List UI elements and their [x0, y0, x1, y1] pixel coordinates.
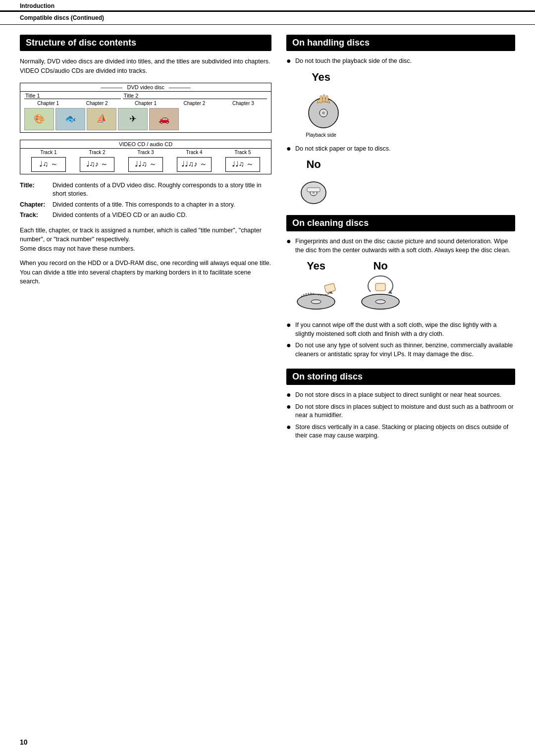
page-subheader: Compatible discs (Continued)	[0, 12, 535, 25]
storing-bullet-3: ● Store discs vertically in a case. Stac…	[286, 423, 515, 440]
cleaning-bullet-2: ● If you cannot wipe off the dust with a…	[286, 321, 515, 338]
handling-section-title: On handling discs	[286, 35, 515, 51]
term-track: Track:	[20, 211, 50, 220]
no-disc: No	[296, 158, 331, 205]
bullet-dot-s1: ●	[286, 391, 292, 400]
cleaning-yes-label: Yes	[307, 260, 325, 272]
def-title: Title: Divided contents of a DVD video d…	[20, 181, 271, 199]
body-text-1: Each title, chapter, or track is assigne…	[20, 226, 271, 254]
cleaning-no: No	[356, 260, 405, 314]
music-5: ♩♩♫ ～	[225, 157, 260, 172]
music-4: ♩♩♫♪ ～	[177, 157, 212, 172]
structure-section-title: Structure of disc contents	[20, 35, 271, 51]
bullet-dot-s3: ●	[286, 423, 292, 440]
compat-label: Compatible discs (Continued)	[20, 14, 104, 21]
handling-bullet-2-text: Do not stick paper or tape to discs.	[295, 145, 390, 154]
cleaning-section: On cleaning discs ● Fingerprints and dus…	[286, 215, 515, 359]
cleaning-yes-no: Yes	[291, 260, 515, 314]
chapters-row: Chapter 1 Chapter 2 Chapter 1 Chapter 2 …	[20, 100, 271, 107]
playback-side-label: Playback side	[306, 132, 336, 138]
desc-chapter: Divided contents of a title. This corres…	[53, 201, 271, 210]
term-title: Title:	[20, 181, 50, 199]
cleaning-yes: Yes	[291, 260, 341, 314]
svg-point-13	[311, 300, 321, 304]
thumb-4: ✈	[118, 108, 148, 130]
handling-bullet-1: ● Do not touch the playback side of the …	[286, 57, 515, 66]
right-column: On handling discs ● Do not touch the pla…	[286, 35, 515, 450]
thumb-1: 🎨	[24, 108, 54, 130]
dvd-diagram-title: DVD video disc	[20, 83, 271, 92]
thumb-2: 🐟	[55, 108, 85, 130]
cleaning-no-svg	[356, 274, 405, 314]
track-music: ♩♫ ～ ♩♫♪ ～ ♩♩♫ ～ ♩♩♫♪ ～ ♩♩♫ ～	[20, 156, 271, 174]
dvd-diagram: DVD video disc Title 1 Title 2 Chapter 1…	[20, 83, 271, 133]
no-disc-svg	[296, 173, 331, 205]
cd-diagram-title: VIDEO CD / audio CD	[20, 140, 271, 149]
music-1: ♩♫ ～	[31, 157, 66, 172]
intro-label: Introduction	[20, 2, 54, 9]
thumbnails-row: 🎨 🐟 ⛵ ✈ 🚗	[20, 107, 271, 132]
handling-section: On handling discs ● Do not touch the pla…	[286, 35, 515, 205]
cleaning-bullet-1-text: Fingerprints and dust on the disc cause …	[295, 237, 515, 255]
cleaning-no-label: No	[373, 260, 387, 272]
svg-rect-3	[320, 96, 322, 103]
cleaning-yes-svg	[291, 274, 341, 314]
cleaning-bullet-1: ● Fingerprints and dust on the disc caus…	[286, 237, 515, 255]
term-chapter: Chapter:	[20, 201, 50, 210]
cleaning-bullet-2-text: If you cannot wipe off the dust with a s…	[295, 321, 515, 338]
svg-rect-19	[375, 283, 385, 291]
yes-disc: Yes Playback s	[296, 71, 346, 138]
bullet-dot-1: ●	[286, 57, 292, 66]
svg-point-2	[322, 111, 325, 114]
desc-title: Divided contents of a DVD video disc. Ro…	[53, 181, 271, 199]
svg-rect-9	[307, 188, 320, 192]
chapter3-label: Chapter 3	[219, 101, 267, 106]
thumb-3: ⛵	[87, 108, 116, 130]
music-3: ♩♩♫ ～	[128, 157, 163, 172]
body-text-2: When you record on the HDD or a DVD-RAM …	[20, 259, 271, 286]
track-labels: Track 1 Track 2 Track 3 Track 4 Track 5	[20, 149, 271, 156]
storing-bullet-3-text: Store discs vertically in a case. Stacki…	[295, 423, 515, 440]
desc-track: Divided contents of a VIDEO CD or an aud…	[53, 211, 271, 220]
bullet-dot-2: ●	[286, 145, 292, 154]
handling-bullet-2: ● Do not stick paper or tape to discs.	[286, 145, 515, 154]
storing-bullet-2-text: Do not store discs in places subject to …	[295, 403, 515, 420]
yes-label-handling: Yes	[312, 71, 330, 84]
cleaning-bullet-3: ● Do not use any type of solvent such as…	[286, 341, 515, 359]
yes-disc-svg	[296, 86, 346, 130]
page-wrapper: Introduction Compatible discs (Continued…	[0, 0, 535, 756]
title2-label: Title 2	[123, 93, 267, 99]
storing-bullet-2: ● Do not store discs in places subject t…	[286, 403, 515, 420]
no-label-handling: No	[306, 158, 321, 171]
storing-section-title: On storing discs	[286, 369, 515, 385]
yes-disc-illustration: Yes Playback s	[296, 71, 515, 138]
intro-text-1: Normally, DVD video discs are divided in…	[20, 57, 271, 76]
svg-point-17	[375, 300, 385, 304]
svg-rect-15	[324, 283, 336, 293]
definitions: Title: Divided contents of a DVD video d…	[20, 181, 271, 220]
cleaning-bullet-3-text: Do not use any type of solvent such as t…	[295, 341, 515, 359]
storing-bullet-1: ● Do not store discs in a place subject …	[286, 391, 515, 400]
title1-label: Title 1	[24, 93, 121, 99]
handling-bullet-1-text: Do not touch the playback side of the di…	[295, 57, 412, 66]
no-disc-illustration: No	[296, 158, 515, 205]
cleaning-section-title: On cleaning discs	[286, 215, 515, 231]
bullet-dot-s2: ●	[286, 403, 292, 420]
music-2: ♩♫♪ ～	[80, 157, 114, 172]
svg-rect-5	[326, 96, 328, 102]
bullet-dot-c2: ●	[286, 321, 292, 338]
storing-section: On storing discs ● Do not store discs in…	[286, 369, 515, 440]
svg-rect-4	[323, 95, 325, 102]
bullet-dot-c1: ●	[286, 237, 292, 255]
storing-bullet-1-text: Do not store discs in a place subject to…	[295, 391, 501, 400]
cd-diagram: VIDEO CD / audio CD Track 1 Track 2 Trac…	[20, 140, 271, 174]
page-header: Introduction	[0, 0, 535, 12]
thumb-5: 🚗	[149, 108, 179, 130]
page-number: 10	[20, 738, 28, 746]
def-chapter: Chapter: Divided contents of a title. Th…	[20, 201, 271, 210]
left-column: Structure of disc contents Normally, DVD…	[20, 35, 271, 450]
def-track: Track: Divided contents of a VIDEO CD or…	[20, 211, 271, 220]
page-content: Structure of disc contents Normally, DVD…	[0, 25, 535, 460]
bullet-dot-c3: ●	[286, 341, 292, 359]
